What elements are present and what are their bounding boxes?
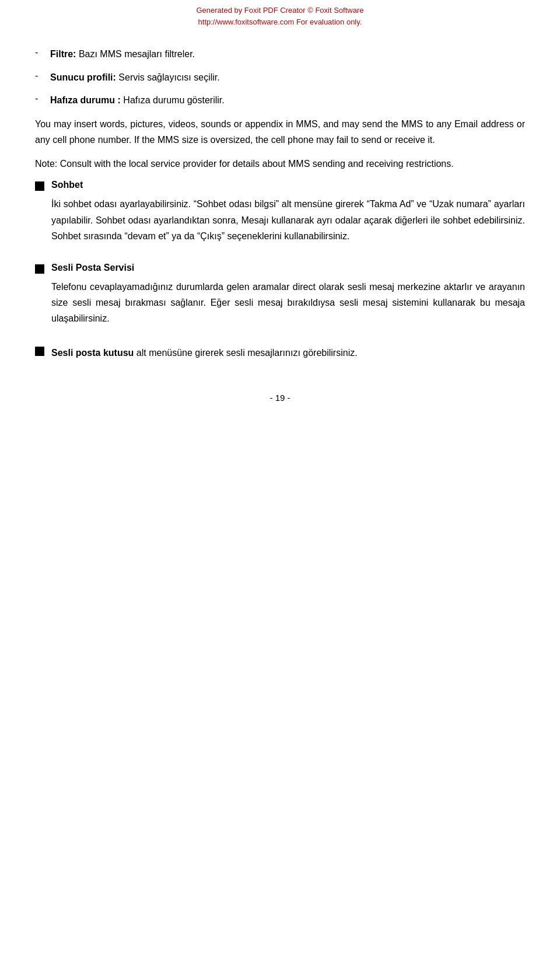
section-sohbet: Sohbet İki sohbet odası ayarlayabilirsin… bbox=[35, 180, 525, 252]
watermark-header: Generated by Foxit PDF Creator © Foxit S… bbox=[0, 0, 560, 30]
paragraph-note: Note: Consult with the local service pro… bbox=[35, 156, 525, 172]
page-footer: - 19 - bbox=[35, 393, 525, 403]
bullet-text-2: Sunucu profili: Servis sağlayıcısı seçil… bbox=[50, 70, 525, 85]
bullet-label-1: Filtre: bbox=[50, 49, 76, 59]
square-bullet-sesli bbox=[35, 264, 44, 274]
watermark-line2-text: For evaluation only. bbox=[296, 18, 362, 26]
paragraph-1: You may insert words, pictures, videos, … bbox=[35, 116, 525, 148]
square-bullet-kutu bbox=[35, 347, 44, 356]
bullet-filtre: - Filtre: Bazı MMS mesajları filtreler. bbox=[35, 47, 525, 62]
sohbet-content: Sohbet İki sohbet odası ayarlayabilirsin… bbox=[51, 180, 525, 252]
bullet-dash-1: - bbox=[35, 47, 46, 58]
square-bullet-sohbet bbox=[35, 181, 44, 191]
bullet-label-2: Sunucu profili: bbox=[50, 72, 116, 82]
sesli-para: Telefonu cevaplayamadığınız durumlarda g… bbox=[51, 279, 525, 327]
bullet-dash-2: - bbox=[35, 70, 46, 81]
sohbet-title: Sohbet bbox=[51, 180, 525, 190]
section-sesli-posta: Sesli Posta Servisi Telefonu cevaplayama… bbox=[35, 263, 525, 335]
page-content: - Filtre: Bazı MMS mesajları filtreler. … bbox=[0, 35, 560, 438]
bullet-body-2: Servis sağlayıcısı seçilir. bbox=[116, 72, 220, 82]
section-sesli-kutu: Sesli posta kutusu alt menüsüne girerek … bbox=[35, 345, 525, 369]
sesli-kutu-para: Sesli posta kutusu alt menüsüne girerek … bbox=[51, 345, 525, 361]
sesli-content: Sesli Posta Servisi Telefonu cevaplayama… bbox=[51, 263, 525, 335]
sesli-title: Sesli Posta Servisi bbox=[51, 263, 525, 273]
sohbet-para: İki sohbet odası ayarlayabilirsiniz. “So… bbox=[51, 196, 525, 244]
bullet-hafiza: - Hafıza durumu : Hafıza durumu gösteril… bbox=[35, 93, 525, 108]
watermark-line2-link: http://www.foxitsoftware.com bbox=[198, 18, 295, 26]
bullet-sunucu: - Sunucu profili: Servis sağlayıcısı seç… bbox=[35, 70, 525, 85]
bullet-text-3: Hafıza durumu : Hafıza durumu gösterilir… bbox=[50, 93, 525, 108]
watermark-line1: Generated by Foxit PDF Creator © Foxit S… bbox=[196, 6, 363, 15]
bullet-label-3: Hafıza durumu : bbox=[50, 95, 121, 105]
page-number: - 19 - bbox=[270, 393, 290, 403]
sesli-kutu-content: Sesli posta kutusu alt menüsüne girerek … bbox=[51, 345, 525, 369]
bullet-dash-3: - bbox=[35, 93, 46, 104]
sesli-kutu-bold: Sesli posta kutusu bbox=[51, 348, 134, 358]
bullet-body-3: Hafıza durumu gösterilir. bbox=[121, 95, 225, 105]
sesli-kutu-text: alt menüsüne girerek sesli mesajlarınızı… bbox=[134, 348, 357, 358]
bullet-body-1: Bazı MMS mesajları filtreler. bbox=[76, 49, 195, 59]
bullet-text-1: Filtre: Bazı MMS mesajları filtreler. bbox=[50, 47, 525, 62]
